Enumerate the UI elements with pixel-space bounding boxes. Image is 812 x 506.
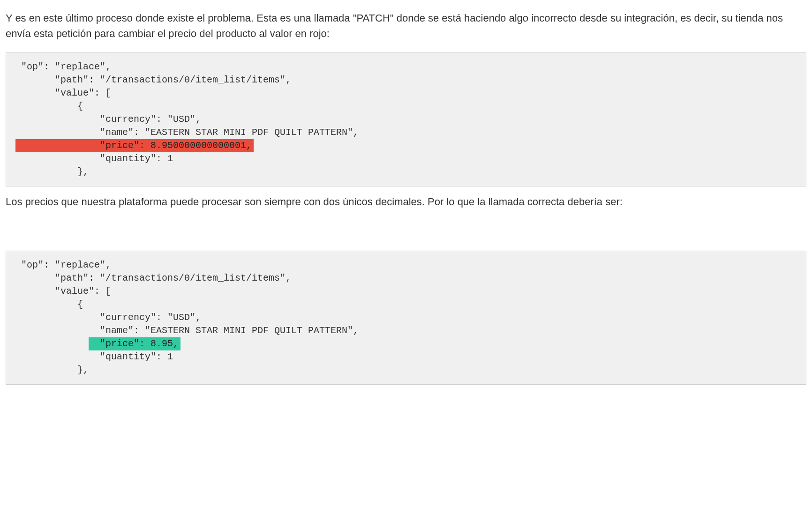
code-line: "quantity": 1 xyxy=(15,350,797,364)
code-line: "value": [ xyxy=(15,285,797,298)
price-highlight-green: "price": 8.95, xyxy=(89,337,180,350)
code-line: "name": "EASTERN STAR MINI PDF QUILT PAT… xyxy=(15,126,797,139)
code-line-highlight-green: "price": 8.95, xyxy=(15,337,797,350)
code-line: "path": "/transactions/0/item_list/items… xyxy=(15,272,797,285)
spacer xyxy=(6,221,806,243)
code-block-correct: "op": "replace", "path": "/transactions/… xyxy=(6,251,806,385)
code-line: }, xyxy=(15,165,797,179)
code-line: "currency": "USD", xyxy=(15,113,797,126)
code-block-incorrect: "op": "replace", "path": "/transactions/… xyxy=(6,52,806,186)
price-highlight-red: "price": 8.950000000000001, xyxy=(15,139,254,152)
code-line: "op": "replace", xyxy=(15,259,797,272)
code-line: "currency": "USD", xyxy=(15,311,797,324)
code-line: "value": [ xyxy=(15,87,797,100)
intro-paragraph: Y es en este último proceso donde existe… xyxy=(6,10,806,41)
code-line: { xyxy=(15,298,797,311)
code-line: { xyxy=(15,100,797,113)
code-indent xyxy=(15,338,89,349)
code-line: "path": "/transactions/0/item_list/items… xyxy=(15,74,797,87)
middle-paragraph: Los precios que nuestra plataforma puede… xyxy=(6,194,806,209)
code-line: "quantity": 1 xyxy=(15,152,797,165)
code-line: "op": "replace", xyxy=(15,60,797,74)
code-line: "name": "EASTERN STAR MINI PDF QUILT PAT… xyxy=(15,324,797,337)
code-line: }, xyxy=(15,364,797,377)
code-line-highlight-red: "price": 8.950000000000001, xyxy=(15,139,797,152)
